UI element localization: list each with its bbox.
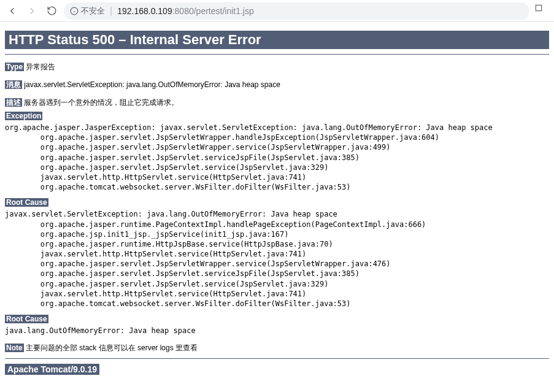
note-label: Note	[5, 344, 24, 352]
forward-button[interactable]	[25, 4, 39, 18]
back-button[interactable]	[5, 4, 20, 18]
browser-toolbar: 不安全 | 192.168.0.109:8080/pertest/init1.j…	[0, 0, 554, 22]
separator: |	[110, 6, 112, 17]
root-cause-heading: Root Cause	[5, 198, 48, 207]
divider	[5, 54, 549, 55]
address-bar[interactable]: 不安全 | 192.168.0.109:8080/pertest/init1.j…	[64, 2, 529, 20]
reload-button[interactable]	[44, 4, 59, 18]
description-label: 描述	[5, 98, 22, 107]
root-cause-heading-wrapper: Root Cause	[5, 198, 549, 207]
note-line: Note 主要问题的全部 stack 信息可以在 server logs 里查看	[5, 343, 549, 353]
info-icon	[70, 7, 79, 15]
security-indicator[interactable]: 不安全	[70, 6, 105, 17]
window-control-icon[interactable]	[534, 4, 549, 18]
divider-bottom	[5, 358, 549, 359]
server-info: Apache Tomcat/9.0.19	[5, 364, 99, 375]
url-text: 192.168.0.109:8080/pertest/init1.jsp	[117, 6, 254, 16]
security-label: 不安全	[81, 6, 105, 17]
page-title: HTTP Status 500 – Internal Server Error	[5, 31, 549, 49]
description-line: 描述 服务器遇到一个意外的情况，阻止它完成请求。	[5, 98, 549, 108]
note-value: 主要问题的全部 stack 信息可以在 server logs 里查看	[26, 344, 198, 352]
root-cause-stacktrace-1: javax.servlet.ServletException: java.lan…	[5, 209, 549, 309]
exception-heading: Exception	[5, 112, 42, 120]
svg-rect-3	[536, 5, 541, 10]
exception-stacktrace: org.apache.jasper.JasperException: javax…	[5, 123, 549, 192]
description-value: 服务器遇到一个意外的情况，阻止它完成请求。	[24, 98, 179, 107]
type-line: Type 异常报告	[5, 62, 549, 72]
page-content: HTTP Status 500 – Internal Server Error …	[0, 22, 554, 380]
message-line: 消息 javax.servlet.ServletException: java.…	[5, 80, 549, 90]
type-value: 异常报告	[26, 63, 55, 71]
root-cause-stacktrace-2: java.lang.OutOfMemoryError: Java heap sp…	[5, 326, 549, 336]
message-value: javax.servlet.ServletException: java.lan…	[24, 80, 280, 89]
root-cause-heading-2: Root Cause	[5, 315, 48, 323]
exception-heading-wrapper: Exception	[5, 112, 549, 120]
message-label: 消息	[5, 80, 22, 89]
root-cause-heading-2-wrapper: Root Cause	[5, 315, 549, 323]
type-label: Type	[5, 63, 24, 71]
